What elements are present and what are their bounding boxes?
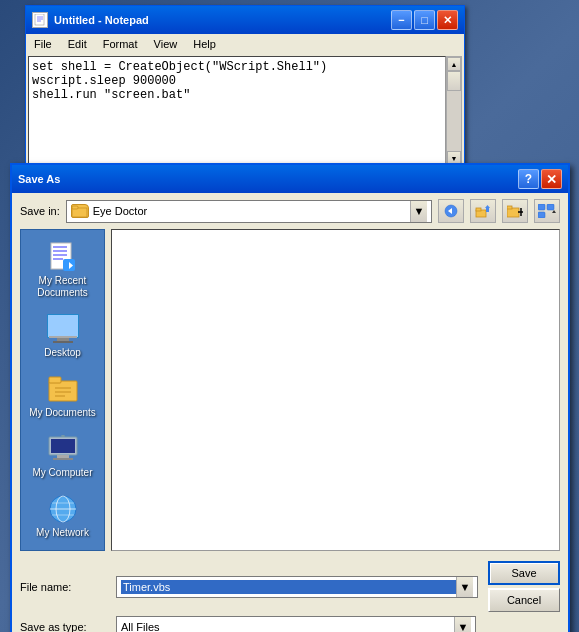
place-desktop-label: Desktop: [44, 347, 81, 359]
action-buttons: Save Cancel: [488, 561, 560, 612]
savetype-value: All Files: [121, 621, 454, 632]
saveas-form: File name: Timer.vbs ▼ Save Cancel Save …: [12, 557, 568, 632]
saveas-body: My RecentDocuments Desktop: [12, 229, 568, 557]
svg-marker-19: [552, 210, 556, 213]
notepad-minimize-button[interactable]: −: [391, 10, 412, 30]
place-my-documents[interactable]: My Documents: [24, 368, 102, 424]
svg-rect-33: [49, 377, 61, 383]
svg-rect-39: [57, 455, 69, 458]
place-my-computer[interactable]: My Computer: [24, 428, 102, 484]
notepad-menubar: File Edit Format View Help: [26, 34, 464, 54]
svg-rect-22: [53, 250, 67, 252]
new-folder-button[interactable]: [502, 199, 528, 223]
place-network-label: My Network: [36, 527, 89, 539]
saveas-toolbar: Save in: Eye Doctor ▼: [12, 193, 568, 229]
svg-rect-17: [547, 204, 554, 210]
svg-rect-24: [53, 258, 63, 260]
filename-combo-arrow[interactable]: ▼: [456, 577, 473, 597]
place-computer-label: My Computer: [32, 467, 92, 479]
save-in-label: Save in:: [20, 205, 60, 217]
saveas-help-button[interactable]: ?: [518, 169, 539, 189]
svg-rect-13: [507, 206, 512, 209]
svg-point-41: [61, 435, 65, 437]
svg-rect-29: [49, 336, 77, 338]
svg-rect-38: [51, 439, 75, 453]
place-my-network[interactable]: My Network: [24, 488, 102, 544]
svg-rect-31: [53, 341, 73, 343]
desktop-icon: [45, 313, 81, 345]
recent-documents-icon: [45, 241, 81, 273]
filename-row: File name: Timer.vbs ▼ Save Cancel: [20, 561, 560, 612]
filename-label: File name:: [20, 581, 110, 593]
place-recent-documents[interactable]: My RecentDocuments: [24, 236, 102, 304]
svg-rect-30: [57, 338, 69, 341]
my-computer-icon: [45, 433, 81, 465]
svg-rect-35: [55, 391, 71, 393]
notepad-titlebar: Untitled - Notepad − □ ✕: [26, 6, 464, 34]
savetype-label: Save as type:: [20, 621, 110, 632]
filename-value: Timer.vbs: [121, 580, 456, 594]
savetype-combo[interactable]: All Files ▼: [116, 616, 476, 632]
saveas-title: Save As: [18, 173, 514, 185]
saveas-window-controls: ? ✕: [518, 169, 562, 189]
svg-rect-40: [53, 458, 73, 460]
savetype-row: Save as type: All Files ▼: [20, 616, 476, 632]
place-recent-label: My RecentDocuments: [37, 275, 88, 299]
my-documents-icon: [45, 373, 81, 405]
svg-rect-9: [476, 208, 481, 211]
svg-rect-18: [538, 212, 545, 218]
notepad-title: Untitled - Notepad: [54, 14, 387, 26]
save-in-combo[interactable]: Eye Doctor ▼: [66, 200, 432, 223]
scroll-track: [447, 71, 461, 151]
places-bar: My RecentDocuments Desktop: [20, 229, 105, 551]
notepad-vertical-scrollbar[interactable]: ▲ ▼: [446, 56, 462, 166]
notepad-window: Untitled - Notepad − □ ✕ File Edit Forma…: [25, 5, 465, 169]
file-browser-area[interactable]: [111, 229, 560, 551]
scroll-up-arrow[interactable]: ▲: [447, 57, 461, 71]
svg-rect-5: [72, 206, 78, 209]
filename-combo[interactable]: Timer.vbs ▼: [116, 576, 478, 598]
cancel-button[interactable]: Cancel: [488, 588, 560, 612]
svg-marker-10: [486, 208, 489, 212]
notepad-app-icon: [32, 12, 48, 28]
my-network-icon: [45, 493, 81, 525]
save-button[interactable]: Save: [488, 561, 560, 585]
menu-help[interactable]: Help: [185, 36, 224, 52]
back-button[interactable]: [438, 199, 464, 223]
notepad-content-area[interactable]: set shell = CreateObject("WScript.Shell"…: [28, 56, 446, 164]
menu-file[interactable]: File: [26, 36, 60, 52]
svg-rect-21: [53, 246, 67, 248]
menu-edit[interactable]: Edit: [60, 36, 95, 52]
svg-rect-36: [55, 395, 65, 397]
notepad-window-controls: − □ ✕: [391, 10, 458, 30]
saveas-close-button[interactable]: ✕: [541, 169, 562, 189]
savetype-combo-arrow[interactable]: ▼: [454, 617, 471, 632]
menu-format[interactable]: Format: [95, 36, 146, 52]
svg-marker-11: [485, 205, 490, 208]
saveas-titlebar: Save As ? ✕: [12, 165, 568, 193]
svg-rect-34: [55, 387, 71, 389]
svg-rect-16: [538, 204, 545, 210]
svg-rect-28: [48, 315, 78, 337]
save-in-value: Eye Doctor: [93, 205, 406, 217]
notepad-close-button[interactable]: ✕: [437, 10, 458, 30]
save-in-combo-arrow[interactable]: ▼: [410, 201, 427, 222]
folder-icon: [71, 204, 89, 218]
place-desktop[interactable]: Desktop: [24, 308, 102, 364]
svg-rect-23: [53, 254, 67, 256]
scroll-thumb[interactable]: [447, 71, 461, 91]
views-button[interactable]: [534, 199, 560, 223]
menu-view[interactable]: View: [146, 36, 186, 52]
notepad-maximize-button[interactable]: □: [414, 10, 435, 30]
up-folder-button[interactable]: [470, 199, 496, 223]
saveas-dialog: Save As ? ✕ Save in: Eye Doctor ▼: [10, 163, 570, 632]
place-documents-label: My Documents: [29, 407, 96, 419]
notepad-text-content: set shell = CreateObject("WScript.Shell"…: [32, 60, 327, 102]
